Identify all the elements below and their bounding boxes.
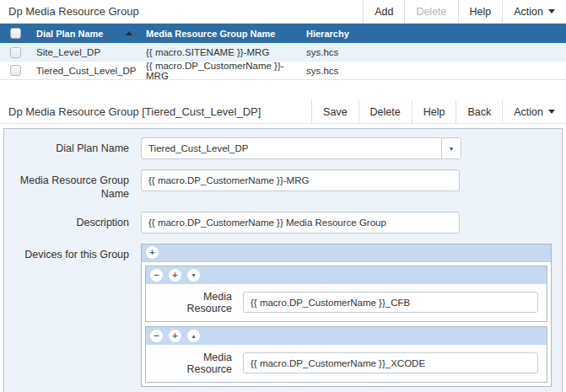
- column-header-label: Dial Plan Name: [36, 29, 103, 39]
- action-menu-label: Action: [514, 106, 543, 118]
- add-button[interactable]: Add: [363, 0, 404, 23]
- column-header-dial-plan-name[interactable]: Dial Plan Name: [36, 29, 146, 39]
- devices-group-header: +: [142, 244, 551, 262]
- device-item-header: − + ▲: [146, 327, 547, 345]
- add-row-button[interactable]: +: [169, 330, 181, 342]
- add-row-button[interactable]: +: [169, 269, 181, 282]
- move-down-button[interactable]: ▼: [187, 269, 200, 282]
- form-row-description: Description: [13, 212, 553, 234]
- page: Dp Media Resource Group Add Delete Help …: [0, 0, 566, 392]
- table-row[interactable]: Site_Level_DP {{ macro.SITENAME }}-MRG s…: [0, 43, 566, 62]
- cell-hierarchy: sys.hcs: [306, 47, 566, 57]
- device-item: − + ▲ Media Resource: [145, 326, 547, 383]
- delete-button[interactable]: Delete: [358, 100, 412, 123]
- device-item: − + ▼ Media Resource: [145, 266, 547, 322]
- move-up-button[interactable]: ▲: [187, 330, 200, 342]
- cell-dial-plan-name[interactable]: Site_Level_DP: [36, 47, 146, 57]
- select-all-checkbox[interactable]: [10, 28, 21, 39]
- detail-toolbar: Dp Media Resource Group [Tiered_Cust_Lev…: [0, 100, 566, 124]
- mrg-name-input[interactable]: [141, 169, 460, 191]
- select-arrow-icon[interactable]: ▼: [441, 138, 461, 158]
- cell-hierarchy: sys.hcs: [306, 66, 566, 76]
- action-menu-button[interactable]: Action: [502, 100, 566, 123]
- device-item-header: − + ▼: [146, 266, 547, 284]
- list-panel-title: Dp Media Resource Group: [0, 0, 363, 23]
- remove-row-button[interactable]: −: [150, 269, 163, 282]
- plus-icon: +: [172, 331, 177, 341]
- table-row[interactable]: Tiered_Cust_Level_DP {{ macro.DP_Custome…: [0, 62, 566, 80]
- detail-panel-title: Dp Media Resource Group [Tiered_Cust_Lev…: [0, 100, 311, 123]
- devices-group-label: Devices for this Group: [13, 244, 129, 387]
- description-input[interactable]: [141, 212, 460, 234]
- minus-icon: −: [154, 331, 159, 341]
- back-button[interactable]: Back: [455, 100, 502, 123]
- sort-ascending-icon: [126, 31, 132, 35]
- media-resource-label: Media Resource: [158, 291, 232, 314]
- panel-gap: [0, 80, 566, 100]
- list-toolbar: Dp Media Resource Group Add Delete Help …: [0, 0, 566, 24]
- detail-form: Dial Plan Name Tiered_Cust_Level_DP ▼ Me…: [3, 128, 563, 392]
- dial-plan-name-label: Dial Plan Name: [13, 137, 129, 159]
- add-row-button[interactable]: +: [146, 246, 159, 259]
- media-resource-label: Media Resource: [158, 352, 232, 375]
- dial-plan-name-select[interactable]: Tiered_Cust_Level_DP ▼: [141, 137, 461, 159]
- row-checkbox[interactable]: [10, 47, 21, 58]
- help-button[interactable]: Help: [458, 0, 503, 23]
- cell-dial-plan-name[interactable]: Tiered_Cust_Level_DP: [36, 66, 146, 76]
- plus-icon: +: [149, 248, 154, 257]
- save-button[interactable]: Save: [311, 100, 358, 123]
- action-menu-label: Action: [514, 6, 543, 18]
- media-resource-input[interactable]: [243, 292, 538, 313]
- device-item-body: Media Resource: [146, 284, 547, 321]
- device-item-body: Media Resource: [146, 345, 547, 382]
- form-row-mrg-name: Media Resource Group Name: [13, 169, 553, 201]
- help-button[interactable]: Help: [412, 100, 456, 123]
- plus-icon: +: [172, 271, 177, 280]
- cell-mrg-name: {{ macro.DP_CustomerName }}-MRG: [146, 61, 306, 81]
- arrow-up-icon: ▲: [191, 333, 197, 339]
- cell-mrg-name: {{ macro.SITENAME }}-MRG: [146, 47, 306, 57]
- mrg-name-label: Media Resource Group Name: [13, 169, 129, 201]
- remove-row-button[interactable]: −: [150, 330, 163, 342]
- caret-down-icon: [548, 9, 555, 13]
- column-header-hierarchy[interactable]: Hierarchy: [306, 29, 566, 39]
- caret-down-icon: [548, 110, 555, 114]
- minus-icon: −: [154, 271, 159, 280]
- arrow-down-icon: ▼: [191, 272, 197, 278]
- form-row-dial-plan-name: Dial Plan Name Tiered_Cust_Level_DP ▼: [13, 137, 553, 159]
- dial-plan-name-selected-value: Tiered_Cust_Level_DP: [142, 138, 441, 158]
- devices-group-body: − + ▼ Media Resource: [142, 262, 551, 386]
- description-label: Description: [13, 212, 129, 234]
- table-header-checkbox-cell: [0, 28, 36, 39]
- row-checkbox[interactable]: [10, 65, 21, 76]
- form-row-devices: Devices for this Group + − +: [13, 244, 553, 387]
- delete-button: Delete: [404, 0, 457, 23]
- column-header-mrg-name[interactable]: Media Resource Group Name: [146, 29, 306, 39]
- media-resource-input[interactable]: [243, 352, 538, 373]
- devices-repeating-group: + − + ▼: [141, 244, 552, 387]
- table-header-row: Dial Plan Name Media Resource Group Name…: [0, 24, 566, 43]
- action-menu-button[interactable]: Action: [502, 0, 566, 23]
- row-checkbox-cell: [0, 65, 36, 76]
- row-checkbox-cell: [0, 47, 36, 58]
